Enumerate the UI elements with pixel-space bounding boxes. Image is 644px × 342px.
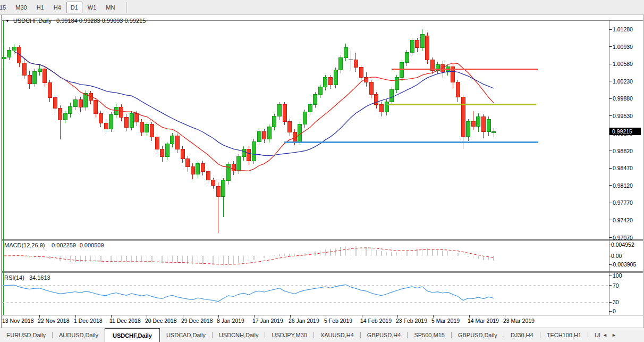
tab-xauusd-h4[interactable]: XAUUSD,H4 <box>314 328 360 342</box>
tab-truncated[interactable]: UI <box>588 328 600 342</box>
macd-indicator-title: MACD(12,26,9)-0.002259 -0.000509 <box>4 242 104 248</box>
tf-button-d1[interactable]: D1 <box>66 2 82 13</box>
tab-usdcnh-daily[interactable]: USDCNH,Daily <box>213 328 265 342</box>
tf-button-w1[interactable]: W1 <box>83 2 101 13</box>
rsi-value: 34.1613 <box>29 274 50 281</box>
tf-button-h1[interactable]: H1 <box>32 2 48 13</box>
tab-usdjpy-m30[interactable]: USDJPY,M30 <box>265 328 313 342</box>
symbol-tabbar: EURUSD,Daily AUDUSD,Daily USDCHF,Daily U… <box>0 328 644 342</box>
tab-gbpusd-daily[interactable]: GBPUSD,Daily <box>452 328 504 342</box>
tf-button-m15[interactable]: 15 <box>0 2 10 13</box>
window-menu-icon[interactable]: ▼ <box>5 19 10 23</box>
rsi-indicator-title: RSI(14)34.1613 <box>4 274 50 281</box>
timeframe-toolbar: 15 M30 H1 H4 D1 W1 MN <box>0 0 644 15</box>
macd-label: MACD(12,26,9) <box>4 242 45 248</box>
tabs-scroll-left-button[interactable]: ◄ <box>600 328 609 342</box>
tab-usdchf-daily[interactable]: USDCHF,Daily <box>105 328 160 342</box>
chart-symbol-label: USDCHF,Daily <box>13 18 52 24</box>
tab-gbpusd-h4[interactable]: GBPUSD,H4 <box>361 328 408 342</box>
tabs-scroll-right-button[interactable]: ► <box>609 328 618 342</box>
current-price-box: 0.99215 <box>609 128 641 135</box>
tab-eurusd-daily[interactable]: EURUSD,Daily <box>0 328 52 342</box>
toolbar-separator <box>126 2 128 13</box>
chart-ohlc-values: 0.99184 0.99283 0.99093 0.99215 <box>56 18 146 24</box>
tf-button-h4[interactable]: H4 <box>49 2 65 13</box>
macd-values: -0.002259 -0.000509 <box>49 242 104 248</box>
tab-audusd-daily[interactable]: AUDUSD,Daily <box>53 328 105 342</box>
tf-button-mn[interactable]: MN <box>101 2 119 13</box>
tab-tech100-h1[interactable]: TECH100,H1 <box>540 328 588 342</box>
chart-canvas[interactable] <box>0 15 644 342</box>
tab-dj30-h4[interactable]: DJ30,H4 <box>504 328 540 342</box>
tab-sp500-m15[interactable]: SP500,M15 <box>408 328 451 342</box>
tf-button-m30[interactable]: M30 <box>11 2 31 13</box>
rsi-label: RSI(14) <box>4 274 24 281</box>
tab-usdcad-daily[interactable]: USDCAD,Daily <box>160 328 212 342</box>
chart-title: ▼USDCHF,Daily0.99184 0.99283 0.99093 0.9… <box>5 18 146 24</box>
